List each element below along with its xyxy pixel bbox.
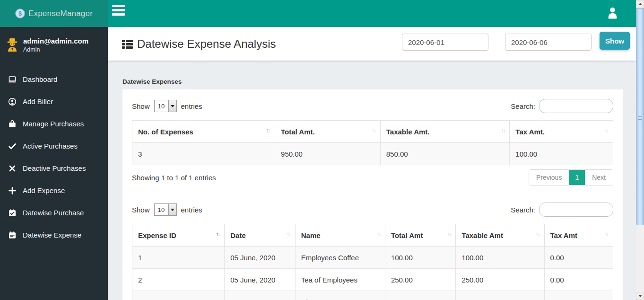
- hamburger-icon[interactable]: [112, 5, 125, 18]
- sidebar-item-datewise-expense[interactable]: Datewise Expense: [0, 224, 108, 246]
- check-icon: [8, 142, 17, 150]
- summary-table-controls: Show 10 entries Search:: [132, 99, 613, 113]
- column-header[interactable]: Total Amt↑↓: [385, 224, 455, 247]
- sidebar-item-active-purchases[interactable]: Active Purchases: [0, 135, 108, 157]
- sidebar-item-label: Datewise Expense: [23, 231, 81, 239]
- previous-button[interactable]: Previous: [529, 170, 569, 185]
- cell: 600.00: [385, 291, 455, 300]
- cell: 250.00: [385, 269, 455, 291]
- table-row: 1 05 June, 2020 Employees Coffee 100.00 …: [132, 247, 613, 269]
- sidebar-menu: Dashboard Add Biller Manage Purchases Ac…: [0, 68, 108, 246]
- cell: 500.00: [456, 291, 544, 300]
- scrollbar-grip: [638, 116, 642, 121]
- column-header[interactable]: Tax Amt↑↓: [544, 224, 613, 247]
- cell: 100.00: [456, 247, 544, 269]
- sidebar-item-label: Add Expense: [23, 186, 65, 194]
- sidebar-item-manage-purchases[interactable]: Manage Purchases: [0, 113, 108, 135]
- triangle-down-icon: [638, 295, 642, 297]
- table-row: 2 05 June, 2020 Tea of Employees 250.00 …: [132, 269, 613, 291]
- sort-icon: ↑↓: [287, 231, 290, 238]
- sidebar-item-label: Dashboard: [23, 75, 57, 83]
- next-button[interactable]: Next: [585, 170, 613, 185]
- datewise-expenses-card: Show 10 entries Search: No. of Expenses↑…: [122, 89, 623, 300]
- pagination: Previous 1 Next: [529, 169, 613, 185]
- x-icon: [8, 164, 17, 173]
- page-size-value: 10: [155, 100, 168, 112]
- summary-table: No. of Expenses↑↓ Total Amt.↑↓ Taxable A…: [132, 120, 613, 165]
- show-button[interactable]: Show: [600, 32, 630, 50]
- cell: 2: [132, 269, 225, 291]
- chevron-down-icon: [168, 204, 176, 215]
- table-row: 3 950.00 850.00 100.00: [132, 143, 613, 165]
- briefcase-icon: [8, 120, 17, 128]
- scroll-up-button[interactable]: [636, 0, 644, 8]
- page-size-select[interactable]: 10: [154, 100, 177, 112]
- sidebar-item-add-biller[interactable]: Add Biller: [0, 90, 108, 113]
- date-to-input[interactable]: [505, 34, 592, 51]
- scrollbar-thumb[interactable]: [636, 8, 644, 225]
- detail-table-controls: Show 10 entries Search:: [132, 203, 613, 217]
- sidebar: $ ExpenseManager admin@admin.com Admin: [0, 0, 108, 300]
- cell: 05 June, 2020: [225, 247, 295, 269]
- page-1-button[interactable]: 1: [569, 170, 585, 185]
- chevron-down-icon: [168, 100, 176, 112]
- cell: Tea of Employees: [295, 269, 385, 291]
- sort-icon: ↑↓: [501, 127, 505, 134]
- entries-label: entries: [181, 206, 202, 214]
- column-header[interactable]: Expense ID↑↓: [132, 224, 225, 247]
- date-from-input[interactable]: [402, 34, 488, 51]
- table-row: 3 04 June, 2020 Charger 600.00 500.00 10…: [132, 291, 613, 300]
- page-title: Datewise Expense Analysis: [137, 37, 276, 51]
- calendar-check-icon: [8, 209, 17, 217]
- brand[interactable]: $ ExpenseManager: [0, 0, 108, 27]
- page-size-value: 10: [155, 204, 168, 215]
- detail-search-input[interactable]: [539, 203, 613, 217]
- sidebar-item-dashboard[interactable]: Dashboard: [0, 68, 108, 90]
- column-header[interactable]: Total Amt.↑↓: [275, 121, 381, 143]
- cell: Charger: [295, 291, 385, 300]
- summary-header-row: No. of Expenses↑↓ Total Amt.↑↓ Taxable A…: [132, 121, 613, 143]
- user-role: Admin: [23, 46, 88, 53]
- sidebar-item-label: Manage Purchases: [23, 120, 84, 128]
- cell: Employees Coffee: [295, 247, 385, 269]
- show-label: Show: [132, 206, 150, 214]
- summary-search-input[interactable]: [539, 99, 613, 113]
- column-header[interactable]: Taxable Amt.↑↓: [380, 121, 510, 143]
- vertical-scrollbar: [636, 0, 644, 300]
- sidebar-item-deactive-purchases[interactable]: Deactive Purchases: [0, 157, 108, 179]
- column-header[interactable]: Taxable Amt↑↓: [456, 224, 544, 247]
- th-list-icon: [122, 39, 133, 49]
- cell: 05 June, 2020: [225, 269, 295, 291]
- summary-table-footer: Showing 1 to 1 of 1 entries Previous 1 N…: [132, 169, 613, 185]
- scroll-down-button[interactable]: [636, 292, 644, 300]
- page-header: Datewise Expense Analysis Show: [108, 27, 636, 61]
- spy-avatar-icon: [7, 38, 18, 52]
- cell: 0.00: [544, 247, 613, 269]
- cell: 100.00: [544, 291, 613, 300]
- user-panel: admin@admin.com Admin: [0, 27, 108, 62]
- sidebar-item-datewise-purchase[interactable]: Datewise Purchase: [0, 202, 108, 224]
- cell: 100.00: [385, 247, 455, 269]
- dollar-coin-icon: $: [15, 9, 25, 18]
- column-header[interactable]: Name↑↓: [295, 224, 385, 247]
- laptop-icon: [8, 75, 17, 84]
- person-icon[interactable]: [607, 7, 618, 19]
- calendar-icon: [8, 231, 17, 239]
- column-header[interactable]: No. of Expenses↑↓: [132, 121, 275, 143]
- sort-icon: ↑↓: [447, 231, 451, 238]
- sidebar-item-add-expense[interactable]: Add Expense: [0, 179, 108, 202]
- detail-header-row: Expense ID↑↓ Date↑↓ Name↑↓ Total Amt↑↓ T…: [132, 224, 613, 247]
- column-header[interactable]: Tax Amt.↑↓: [510, 121, 613, 143]
- page-size-select[interactable]: 10: [154, 203, 177, 216]
- cell: 1: [132, 247, 225, 269]
- plus-icon: [8, 186, 17, 195]
- section-title: Datewise Expenses: [122, 78, 182, 85]
- sort-icon: ↑↓: [216, 231, 219, 238]
- user-circle-icon: [8, 97, 17, 106]
- cell: 250.00: [456, 269, 544, 291]
- svg-text:$: $: [18, 10, 22, 17]
- column-header[interactable]: Date↑↓: [225, 224, 295, 247]
- sort-icon: ↑↓: [376, 231, 380, 238]
- show-label: Show: [132, 102, 150, 110]
- sort-icon: ↑↓: [604, 231, 608, 238]
